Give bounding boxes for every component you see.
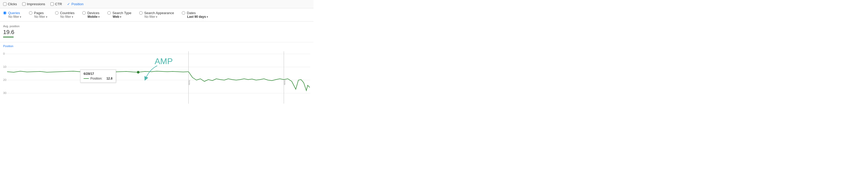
queries-sublabel[interactable]: No filter ▾ (8, 15, 21, 19)
radio-pages[interactable] (29, 11, 32, 15)
countries-label: Countries (60, 11, 75, 15)
countries-arrow-icon: ▾ (72, 16, 73, 18)
queries-arrow-icon: ▾ (20, 16, 21, 18)
radio-search-type[interactable] (107, 11, 111, 15)
dates-sublabel[interactable]: Last 90 days ▾ (187, 15, 208, 19)
filter-devices[interactable]: Devices Mobile ▾ (82, 11, 99, 19)
filter-row: Queries No filter ▾ Pages No filter ▾ Co… (0, 8, 313, 22)
radio-queries[interactable] (3, 11, 6, 15)
radio-search-appearance[interactable] (139, 11, 143, 15)
radio-countries[interactable] (55, 11, 59, 15)
clicks-checkbox[interactable]: Clicks (3, 2, 17, 6)
dates-label: Dates (187, 11, 196, 15)
filter-pages[interactable]: Pages No filter ▾ (29, 11, 47, 19)
impressions-label: Impressions (27, 2, 45, 6)
search-appearance-sublabel[interactable]: No filter ▾ (145, 15, 157, 19)
radio-devices[interactable] (82, 11, 86, 15)
checkmark-icon: ✓ (67, 2, 70, 6)
svg-text:30: 30 (3, 91, 6, 94)
position-line-3 (284, 79, 310, 90)
chart-svg-wrapper: AMP 0 10 20 30 (3, 49, 310, 107)
radio-dates[interactable] (182, 11, 185, 15)
devices-label: Devices (87, 11, 99, 15)
queries-label: Queries (8, 11, 20, 15)
position-line (7, 71, 188, 72)
filter-countries[interactable]: Countries No filter ▾ (55, 11, 75, 19)
clicks-label: Clicks (8, 2, 17, 6)
impressions-checkbox[interactable]: Impressions (22, 2, 45, 6)
search-type-arrow-icon: ▾ (120, 16, 121, 18)
search-type-sublabel[interactable]: Web ▾ (113, 15, 121, 19)
position-checkmark[interactable]: ✓ Position (67, 2, 83, 6)
ctr-input[interactable] (51, 2, 54, 6)
filter-search-appearance[interactable]: Search Appearance No filter ▾ (139, 11, 174, 19)
filter-dates[interactable]: Dates Last 90 days ▾ (182, 11, 208, 19)
impressions-input[interactable] (22, 2, 26, 6)
search-appearance-label: Search Appearance (144, 11, 174, 15)
clicks-input[interactable] (3, 2, 6, 6)
devices-sublabel[interactable]: Mobile ▾ (88, 15, 99, 19)
svg-text:Note: Note (283, 80, 286, 85)
search-appearance-arrow-icon: ▾ (156, 16, 157, 18)
position-chart-svg: 0 10 20 30 Note Note (3, 49, 310, 106)
ctr-checkbox[interactable]: CTR (51, 2, 62, 6)
filter-queries[interactable]: Queries No filter ▾ (3, 11, 21, 19)
svg-text:10: 10 (3, 65, 6, 68)
ctr-label: CTR (55, 2, 62, 6)
position-axis-label: Position (3, 43, 310, 49)
search-type-label: Search Type (112, 11, 131, 15)
chart-area: Avg. position 19.6 Position AMP (0, 22, 313, 107)
avg-position-value: 19.6 (3, 29, 310, 35)
filter-search-type[interactable]: Search Type Web ▾ (107, 11, 131, 19)
pages-label: Pages (34, 11, 43, 15)
pages-sublabel[interactable]: No filter ▾ (34, 15, 47, 19)
avg-position-section: Avg. position 19.6 (0, 22, 313, 43)
countries-sublabel[interactable]: No filter ▾ (60, 15, 73, 19)
top-bar: Clicks Impressions CTR ✓ Position (0, 0, 313, 8)
dates-arrow-icon: ▾ (207, 16, 208, 18)
svg-text:Note: Note (188, 80, 191, 85)
svg-text:0: 0 (3, 52, 5, 55)
avg-position-underline (3, 37, 13, 37)
position-chart: Position AMP 0 (0, 43, 313, 107)
position-line-2 (189, 72, 284, 81)
pages-arrow-icon: ▾ (46, 16, 47, 18)
devices-arrow-icon: ▾ (98, 16, 99, 18)
position-label: Position (71, 2, 83, 6)
avg-position-label: Avg. position (3, 25, 310, 28)
svg-text:20: 20 (3, 78, 6, 81)
